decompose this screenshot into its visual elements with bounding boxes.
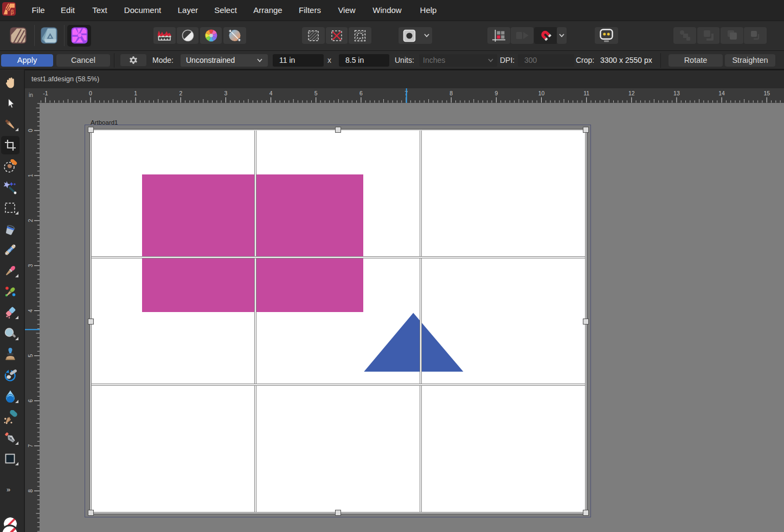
svg-text:4: 4	[27, 309, 34, 312]
svg-text:15: 15	[763, 90, 770, 96]
svg-text:13: 13	[673, 90, 680, 96]
svg-text:14: 14	[718, 90, 725, 96]
svg-text:1: 1	[27, 174, 34, 177]
svg-text:12: 12	[628, 90, 635, 96]
svg-text:9: 9	[494, 90, 498, 96]
svg-text:β: β	[11, 9, 14, 15]
svg-text:3: 3	[224, 90, 228, 96]
svg-text:1: 1	[134, 90, 137, 96]
svg-text:8: 8	[27, 489, 34, 492]
svg-text:-1: -1	[43, 90, 48, 96]
svg-text:11: 11	[583, 90, 589, 96]
svg-text:7: 7	[27, 444, 34, 447]
svg-text:4: 4	[269, 90, 273, 96]
svg-text:0: 0	[27, 129, 34, 132]
svg-text:0: 0	[89, 90, 92, 96]
svg-text:10: 10	[538, 90, 545, 96]
svg-text:6: 6	[27, 399, 34, 403]
svg-text:5: 5	[314, 90, 318, 96]
svg-text:2: 2	[179, 90, 182, 96]
svg-text:5: 5	[27, 354, 34, 358]
svg-text:6: 6	[359, 90, 363, 96]
svg-text:3: 3	[27, 264, 34, 267]
svg-text:8: 8	[449, 90, 453, 96]
svg-text:2: 2	[27, 219, 34, 222]
